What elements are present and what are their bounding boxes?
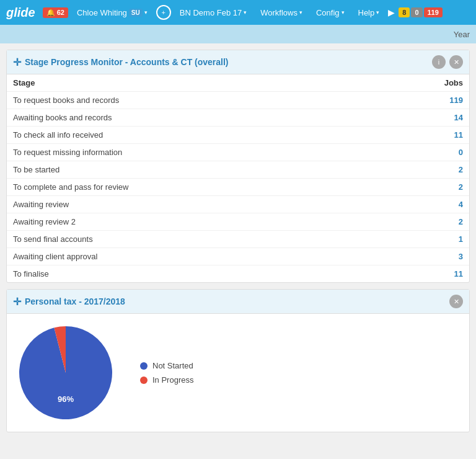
pie-chart: 96% [16,323,115,422]
pie-percent-label: 96% [58,394,74,404]
table-row[interactable]: To complete and pass for review 2 [7,179,469,196]
stage-jobs: 11 [379,265,469,283]
stage-name: Awaiting review [7,196,379,213]
move-icon-2: ✛ [13,296,21,308]
badge-yellow: 8 [399,7,410,17]
tax-panel-actions: ✕ [449,295,463,308]
close-button[interactable]: ✕ [449,55,463,69]
main-content: ✛ Stage Progress Monitor - Accounts & CT… [0,43,476,439]
stage-name: Awaiting client approval [7,248,379,265]
table-row[interactable]: To request books and records 119 [7,92,469,109]
not-started-dot [140,362,148,370]
add-button[interactable]: + [156,5,171,20]
help-menu[interactable]: Help ▾ [353,6,385,20]
tax-panel-title: ✛ Personal tax - 2017/2018 [13,296,125,308]
stage-name: Awaiting review 2 [7,213,379,231]
workflows-caret-icon: ▾ [299,9,302,16]
stage-name: To request missing information [7,144,379,161]
stage-jobs: 2 [379,213,469,231]
info-button[interactable]: i [432,55,446,69]
stage-jobs: 3 [379,248,469,265]
table-row[interactable]: Awaiting review 4 [7,196,469,213]
stage-jobs: 119 [379,92,469,109]
brand-logo: glide [6,6,35,20]
alert-badge[interactable]: 🔔 62 [43,7,68,18]
stage-name: To complete and pass for review [7,179,379,196]
panel-actions: i ✕ [432,55,463,69]
help-caret-icon: ▾ [376,9,379,16]
stage-jobs: 14 [379,109,469,127]
table-row[interactable]: To request missing information 0 [7,144,469,161]
table-row[interactable]: Awaiting books and records 14 [7,109,469,127]
stage-jobs: 1 [379,231,469,248]
table-row[interactable]: Awaiting review 2 2 [7,213,469,231]
move-icon: ✛ [13,56,21,68]
stage-jobs: 0 [379,144,469,161]
pie-legend: Not Started In Progress [140,361,193,385]
project-caret-icon: ▾ [244,9,247,16]
in-progress-dot [140,377,148,384]
stage-name: Awaiting books and records [7,109,379,127]
table-row[interactable]: To send final accounts 1 [7,231,469,248]
config-menu[interactable]: Config ▾ [311,6,350,20]
stage-jobs: 4 [379,196,469,213]
personal-tax-panel: ✛ Personal tax - 2017/2018 ✕ 96% [6,289,470,432]
table-row[interactable]: To check all info received 11 [7,127,469,144]
stage-jobs: 2 [379,179,469,196]
stage-name: To check all info received [7,127,379,144]
table-row[interactable]: To be started 2 [7,161,469,179]
stage-jobs: 2 [379,161,469,179]
stage-table: Stage Jobs To request books and records … [7,74,469,282]
workflows-menu[interactable]: Workflows ▾ [255,6,307,20]
stage-jobs: 11 [379,127,469,144]
project-menu[interactable]: BN Demo Feb 17 ▾ [175,6,252,20]
badge-red: 119 [424,7,443,17]
stage-name: To finalise [7,265,379,283]
table-row[interactable]: Awaiting client approval 3 [7,248,469,265]
col-stage-header: Stage [7,74,379,92]
in-progress-label: In Progress [152,375,193,385]
tax-close-button[interactable]: ✕ [449,295,463,308]
bell-icon: 🔔 [46,9,55,17]
user-menu[interactable]: Chloe Whiting SU ▾ [72,6,152,20]
stage-progress-panel: ✛ Stage Progress Monitor - Accounts & CT… [6,50,470,283]
stage-name: To request books and records [7,92,379,109]
not-started-label: Not Started [152,361,193,370]
badge-grey: 0 [411,7,422,17]
col-jobs-header: Jobs [379,74,469,92]
tax-panel-header: ✛ Personal tax - 2017/2018 ✕ [7,290,469,314]
stage-panel-title: ✛ Stage Progress Monitor - Accounts & CT… [13,56,229,68]
pie-panel-body: 96% Not Started In Progress [7,314,469,432]
subnav: Year [0,25,476,43]
pie-svg [16,323,115,422]
stage-name: To send final accounts [7,231,379,248]
legend-in-progress: In Progress [140,375,193,385]
user-badge: SU [129,9,143,17]
config-caret-icon: ▾ [342,9,345,16]
stage-name: To be started [7,161,379,179]
table-row[interactable]: To finalise 11 [7,265,469,283]
user-caret-icon: ▾ [144,9,148,16]
status-badges: 8 0 119 [399,7,443,17]
play-button[interactable]: ▶ [388,7,395,17]
stage-panel-header: ✛ Stage Progress Monitor - Accounts & CT… [7,50,469,74]
legend-not-started: Not Started [140,361,193,370]
subnav-label: Year [454,30,470,39]
navbar: glide 🔔 62 Chloe Whiting SU ▾ + BN Demo … [0,0,476,25]
